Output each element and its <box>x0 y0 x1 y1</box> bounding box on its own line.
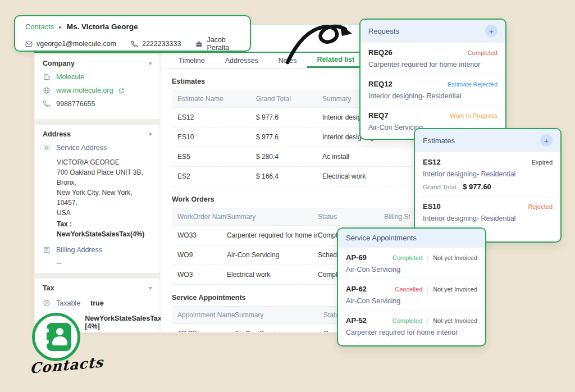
request-id: REQ12 <box>368 80 393 88</box>
table-cell: Electrical work <box>322 172 410 180</box>
contact-phone[interactable]: 2222233333 <box>131 40 181 48</box>
status-badge: Completed <box>393 317 422 324</box>
request-item[interactable]: REQ12 Estimate Rejected Interior designi… <box>360 74 505 105</box>
table-cell: Ac install <box>322 153 410 161</box>
table-cell: $ 280.4 <box>256 153 322 161</box>
company-website-row[interactable]: www.molecule.org <box>43 86 152 94</box>
service-appointments-card-title: Service Appointments <box>346 234 417 242</box>
appointment-id: AP-52 <box>346 316 367 325</box>
chevron-down-icon[interactable]: ▾ <box>149 61 152 66</box>
status-badge: Estimate Rejected <box>448 81 498 88</box>
company-phone-value: 9988776655 <box>56 100 95 108</box>
company-section: Company ▾ Molecule www.molecule.org <box>35 54 159 119</box>
chevron-down-icon[interactable]: ▾ <box>149 131 152 137</box>
company-website-link: www.molecule.org <box>56 86 113 94</box>
taxable-value: true <box>90 299 104 307</box>
taxable-row: Taxable true <box>43 299 152 307</box>
company-section-title: Company <box>43 60 75 67</box>
address-section-title: Address <box>43 130 71 138</box>
add-estimate-button[interactable]: + <box>540 134 553 147</box>
address-line: New York City, New York, 10457, <box>57 188 152 208</box>
divider: | <box>427 254 428 261</box>
appointment-id: AP-69 <box>346 253 367 262</box>
contact-email-value: vgeorge1@molecule.com <box>36 40 116 48</box>
company-phone-row[interactable]: 9988776655 <box>43 100 152 108</box>
add-request-button[interactable]: + <box>485 25 498 37</box>
contact-header-callout: Contacts ▸ Ms. Victoria George vgeorge1@… <box>14 15 251 52</box>
billing-address-icon <box>43 246 51 254</box>
address-line: 700 Oakland Place UNIT 3B, Bronx, <box>57 167 152 188</box>
breadcrumb: Contacts ▸ Ms. Victoria George <box>25 22 240 31</box>
appointment-item[interactable]: AP-62 Cancelled | Not yet Invoiced Air-C… <box>338 279 485 310</box>
gear-icon <box>43 144 51 152</box>
phone-icon <box>43 100 51 108</box>
estimate-item[interactable]: ES10 Rejected Interior designing- Reside… <box>415 196 560 227</box>
appointment-summary: Carpenter required for home interior <box>346 329 477 336</box>
breadcrumb-contacts-link[interactable]: Contacts <box>25 22 54 31</box>
address-section: Address ▾ Service Address VICTORIA GEORG… <box>35 125 159 273</box>
request-summary: Carpenter required for home interior <box>368 61 498 69</box>
billing-address-label-row: Billing Address <box>43 246 152 254</box>
briefcase-icon <box>195 40 203 48</box>
contact-email[interactable]: vgeorge1@molecule.com <box>25 40 116 48</box>
page: Company ▾ Molecule www.molecule.org <box>0 0 575 392</box>
table-cell: Electrical work <box>227 271 318 279</box>
service-address-label: Service Address <box>56 144 107 152</box>
table-cell: $ 977.6 <box>256 133 322 141</box>
table-cell: ES5 <box>177 153 256 161</box>
estimate-item[interactable]: ES12 Expired Interior designing- Residen… <box>415 152 560 196</box>
billing-address-value: -- <box>57 259 152 267</box>
status-badge: Completed <box>393 254 422 261</box>
company-name-link: Molecule <box>56 73 84 81</box>
request-item[interactable]: REQ26 Completed Carpenter required for h… <box>360 42 505 74</box>
address-line: VICTORIA GEORGE <box>57 157 152 167</box>
requests-card-title: Requests <box>368 27 399 35</box>
table-cell: Carpenter required for home in... <box>227 231 318 239</box>
column-header: Appointment Name <box>177 311 235 319</box>
circle-slash-icon <box>43 299 51 307</box>
tab-addresses[interactable]: Addresses <box>215 53 268 68</box>
sidebar: Company ▾ Molecule www.molecule.org <box>34 53 161 332</box>
table-cell: ES10 <box>177 133 256 141</box>
divider: | <box>427 286 428 293</box>
tab-timeline[interactable]: Timeline <box>168 53 215 68</box>
estimate-summary: Interior designing- Residential <box>423 170 553 178</box>
table-cell: WO33 <box>177 231 227 239</box>
contact-owner-value: Jacob Peralta <box>207 36 240 52</box>
appointment-item[interactable]: AP-69 Completed | Not yet Invoiced Air-C… <box>338 247 485 279</box>
column-header: WorkOrder Name <box>177 213 227 221</box>
column-header: Summary <box>235 311 323 319</box>
table-cell: Air-Con Servicing <box>227 251 318 259</box>
breadcrumb-arrow-icon: ▸ <box>59 24 62 30</box>
service-address-label-row: Service Address <box>43 144 152 152</box>
contact-phone-value: 2222233333 <box>142 40 181 48</box>
request-id: REQ7 <box>368 111 388 120</box>
table-cell: WO9 <box>177 251 227 259</box>
table-cell: $ 166.4 <box>256 172 322 180</box>
status-badge: Completed <box>468 49 498 56</box>
status-badge: Rejected <box>528 203 553 210</box>
estimates-card-title: Estimates <box>423 136 455 145</box>
work-orders-header-row: WorkOrder Name Summary Status Billing St… <box>172 208 416 226</box>
request-summary: Interior designing- Residential <box>368 92 498 100</box>
table-cell: Air-Con Servicing <box>235 330 323 332</box>
chevron-down-icon[interactable]: ▾ <box>149 285 152 291</box>
contact-owner[interactable]: Jacob Peralta <box>195 36 240 52</box>
service-appointments-card: Service Appointments AP-69 Completed | N… <box>337 227 486 347</box>
table-row[interactable]: ES2 $ 166.4 Electrical work <box>172 167 416 186</box>
globe-icon <box>43 86 51 94</box>
table-cell: $ 977.6 <box>256 113 322 121</box>
tax-section-title: Tax <box>43 284 54 292</box>
company-name-row[interactable]: Molecule <box>43 73 152 81</box>
appointment-summary: Air-Con Servicing <box>346 297 477 305</box>
estimate-id: ES10 <box>423 202 441 211</box>
contact-name: Ms. Victoria George <box>67 22 138 31</box>
appointment-summary: Air-Con Servicing <box>346 266 477 274</box>
envelope-icon <box>25 40 33 48</box>
column-header: Summary <box>227 213 318 221</box>
billing-status: Not yet Invoiced <box>433 286 477 293</box>
appointment-item[interactable]: AP-52 Completed | Not yet Invoiced Carpe… <box>338 310 485 341</box>
table-row[interactable]: ES5 $ 280.4 Ac install <box>172 147 416 167</box>
tax-name-value: NewYorkStateSalesTax [4%] <box>85 314 161 330</box>
billing-status: Not yet Invoiced <box>433 254 477 261</box>
